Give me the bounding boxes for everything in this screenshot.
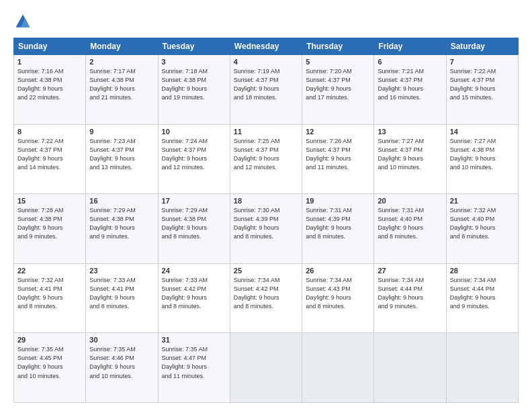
header-row: SundayMondayTuesdayWednesdayThursdayFrid… — [14, 38, 519, 55]
calendar: SundayMondayTuesdayWednesdayThursdayFrid… — [13, 38, 519, 403]
cell-content: Sunrise: 7:28 AMSunset: 4:38 PMDaylight:… — [17, 206, 82, 241]
day-number: 21 — [450, 197, 515, 205]
day-number: 17 — [162, 197, 226, 205]
day-number: 23 — [89, 267, 154, 275]
calendar-cell — [446, 333, 518, 403]
cell-content: Sunrise: 7:33 AMSunset: 4:42 PMDaylight:… — [162, 276, 226, 311]
day-number: 30 — [89, 336, 154, 344]
calendar-cell: 25Sunrise: 7:34 AMSunset: 4:42 PMDayligh… — [230, 263, 302, 333]
cell-content: Sunrise: 7:21 AMSunset: 4:37 PMDaylight:… — [378, 67, 442, 102]
calendar-cell: 22Sunrise: 7:32 AMSunset: 4:41 PMDayligh… — [14, 263, 86, 333]
week-row-4: 22Sunrise: 7:32 AMSunset: 4:41 PMDayligh… — [14, 263, 519, 333]
day-number: 6 — [378, 58, 442, 66]
week-row-2: 8Sunrise: 7:22 AMSunset: 4:37 PMDaylight… — [14, 124, 519, 194]
day-number: 2 — [89, 58, 154, 66]
cell-content: Sunrise: 7:27 AMSunset: 4:38 PMDaylight:… — [450, 137, 515, 172]
calendar-header: SundayMondayTuesdayWednesdayThursdayFrid… — [14, 38, 519, 55]
cell-content: Sunrise: 7:35 AMSunset: 4:46 PMDaylight:… — [89, 345, 154, 380]
calendar-cell: 3Sunrise: 7:18 AMSunset: 4:38 PMDaylight… — [158, 55, 230, 125]
header — [13, 12, 519, 31]
calendar-cell: 26Sunrise: 7:34 AMSunset: 4:43 PMDayligh… — [302, 263, 374, 333]
calendar-cell — [374, 333, 446, 403]
calendar-cell: 1Sunrise: 7:16 AMSunset: 4:38 PMDaylight… — [14, 55, 86, 125]
cell-content: Sunrise: 7:25 AMSunset: 4:37 PMDaylight:… — [234, 137, 298, 172]
cell-content: Sunrise: 7:22 AMSunset: 4:37 PMDaylight:… — [450, 67, 515, 102]
cell-content: Sunrise: 7:35 AMSunset: 4:47 PMDaylight:… — [162, 345, 226, 380]
day-header-thursday: Thursday — [302, 38, 374, 55]
calendar-cell: 20Sunrise: 7:31 AMSunset: 4:40 PMDayligh… — [374, 194, 446, 264]
day-header-saturday: Saturday — [446, 38, 518, 55]
calendar-body: 1Sunrise: 7:16 AMSunset: 4:38 PMDaylight… — [14, 55, 519, 403]
day-number: 26 — [306, 267, 370, 275]
calendar-cell: 11Sunrise: 7:25 AMSunset: 4:37 PMDayligh… — [230, 124, 302, 194]
day-number: 3 — [162, 58, 226, 66]
calendar-cell: 12Sunrise: 7:26 AMSunset: 4:37 PMDayligh… — [302, 124, 374, 194]
page: SundayMondayTuesdayWednesdayThursdayFrid… — [0, 0, 532, 411]
cell-content: Sunrise: 7:34 AMSunset: 4:42 PMDaylight:… — [234, 276, 298, 311]
day-header-tuesday: Tuesday — [158, 38, 230, 55]
cell-content: Sunrise: 7:31 AMSunset: 4:39 PMDaylight:… — [306, 206, 370, 241]
day-number: 15 — [17, 197, 82, 205]
day-number: 9 — [89, 128, 154, 136]
calendar-cell: 13Sunrise: 7:27 AMSunset: 4:37 PMDayligh… — [374, 124, 446, 194]
cell-content: Sunrise: 7:34 AMSunset: 4:43 PMDaylight:… — [306, 276, 370, 311]
cell-content: Sunrise: 7:30 AMSunset: 4:39 PMDaylight:… — [234, 206, 298, 241]
day-number: 27 — [378, 267, 442, 275]
cell-content: Sunrise: 7:23 AMSunset: 4:37 PMDaylight:… — [89, 137, 154, 172]
cell-content: Sunrise: 7:32 AMSunset: 4:40 PMDaylight:… — [450, 206, 515, 241]
calendar-cell: 17Sunrise: 7:29 AMSunset: 4:38 PMDayligh… — [158, 194, 230, 264]
day-header-wednesday: Wednesday — [230, 38, 302, 55]
logo — [13, 12, 35, 31]
calendar-cell: 18Sunrise: 7:30 AMSunset: 4:39 PMDayligh… — [230, 194, 302, 264]
calendar-cell: 2Sunrise: 7:17 AMSunset: 4:38 PMDaylight… — [86, 55, 158, 125]
calendar-cell — [302, 333, 374, 403]
day-number: 13 — [378, 128, 442, 136]
cell-content: Sunrise: 7:27 AMSunset: 4:37 PMDaylight:… — [378, 137, 442, 172]
calendar-cell: 29Sunrise: 7:35 AMSunset: 4:45 PMDayligh… — [14, 333, 86, 403]
day-header-friday: Friday — [374, 38, 446, 55]
calendar-cell: 4Sunrise: 7:19 AMSunset: 4:37 PMDaylight… — [230, 55, 302, 125]
day-number: 24 — [162, 267, 226, 275]
day-number: 19 — [306, 197, 370, 205]
cell-content: Sunrise: 7:26 AMSunset: 4:37 PMDaylight:… — [306, 137, 370, 172]
day-number: 22 — [17, 267, 82, 275]
cell-content: Sunrise: 7:34 AMSunset: 4:44 PMDaylight:… — [450, 276, 515, 311]
day-number: 8 — [17, 128, 82, 136]
week-row-3: 15Sunrise: 7:28 AMSunset: 4:38 PMDayligh… — [14, 194, 519, 264]
cell-content: Sunrise: 7:19 AMSunset: 4:37 PMDaylight:… — [234, 67, 298, 102]
calendar-cell: 21Sunrise: 7:32 AMSunset: 4:40 PMDayligh… — [446, 194, 518, 264]
calendar-cell: 30Sunrise: 7:35 AMSunset: 4:46 PMDayligh… — [86, 333, 158, 403]
cell-content: Sunrise: 7:35 AMSunset: 4:45 PMDaylight:… — [17, 345, 82, 380]
calendar-cell: 19Sunrise: 7:31 AMSunset: 4:39 PMDayligh… — [302, 194, 374, 264]
calendar-cell: 9Sunrise: 7:23 AMSunset: 4:37 PMDaylight… — [86, 124, 158, 194]
cell-content: Sunrise: 7:22 AMSunset: 4:37 PMDaylight:… — [17, 137, 82, 172]
week-row-5: 29Sunrise: 7:35 AMSunset: 4:45 PMDayligh… — [14, 333, 519, 403]
calendar-cell: 23Sunrise: 7:33 AMSunset: 4:41 PMDayligh… — [86, 263, 158, 333]
calendar-cell: 7Sunrise: 7:22 AMSunset: 4:37 PMDaylight… — [446, 55, 518, 125]
day-number: 14 — [450, 128, 515, 136]
logo-icon — [13, 12, 32, 31]
day-number: 7 — [450, 58, 515, 66]
day-number: 31 — [162, 336, 226, 344]
cell-content: Sunrise: 7:16 AMSunset: 4:38 PMDaylight:… — [17, 67, 82, 102]
day-number: 11 — [234, 128, 298, 136]
cell-content: Sunrise: 7:24 AMSunset: 4:37 PMDaylight:… — [162, 137, 226, 172]
calendar-cell: 14Sunrise: 7:27 AMSunset: 4:38 PMDayligh… — [446, 124, 518, 194]
calendar-cell: 16Sunrise: 7:29 AMSunset: 4:38 PMDayligh… — [86, 194, 158, 264]
calendar-cell — [230, 333, 302, 403]
day-number: 20 — [378, 197, 442, 205]
day-number: 25 — [234, 267, 298, 275]
day-header-sunday: Sunday — [14, 38, 86, 55]
calendar-cell: 31Sunrise: 7:35 AMSunset: 4:47 PMDayligh… — [158, 333, 230, 403]
calendar-cell: 8Sunrise: 7:22 AMSunset: 4:37 PMDaylight… — [14, 124, 86, 194]
cell-content: Sunrise: 7:29 AMSunset: 4:38 PMDaylight:… — [89, 206, 154, 241]
calendar-cell: 27Sunrise: 7:34 AMSunset: 4:44 PMDayligh… — [374, 263, 446, 333]
day-number: 5 — [306, 58, 370, 66]
calendar-cell: 6Sunrise: 7:21 AMSunset: 4:37 PMDaylight… — [374, 55, 446, 125]
day-number: 4 — [234, 58, 298, 66]
day-number: 1 — [17, 58, 82, 66]
week-row-1: 1Sunrise: 7:16 AMSunset: 4:38 PMDaylight… — [14, 55, 519, 125]
calendar-cell: 10Sunrise: 7:24 AMSunset: 4:37 PMDayligh… — [158, 124, 230, 194]
cell-content: Sunrise: 7:34 AMSunset: 4:44 PMDaylight:… — [378, 276, 442, 311]
cell-content: Sunrise: 7:32 AMSunset: 4:41 PMDaylight:… — [17, 276, 82, 311]
